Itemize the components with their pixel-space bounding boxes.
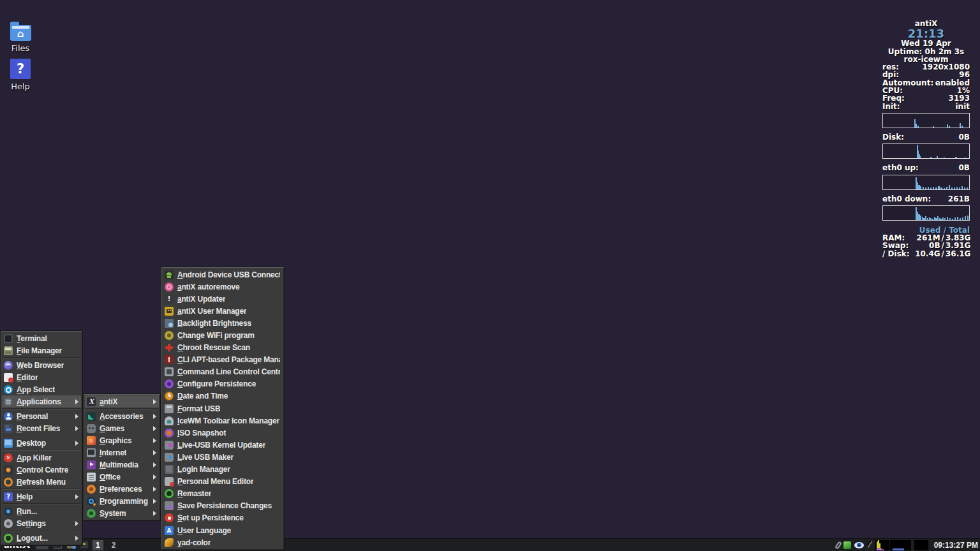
usage-separator: / — [942, 250, 944, 258]
menu-item-app-killer[interactable]: App Killer — [2, 452, 81, 464]
terminal-icon — [4, 334, 13, 343]
clipboard-paperclip-icon[interactable] — [835, 541, 842, 549]
menu-item-antix-user-manager[interactable]: antiX User Manager — [163, 305, 283, 317]
menu-item-label: App Select — [17, 385, 55, 394]
menu-item-graphics[interactable]: Graphics — [85, 434, 159, 446]
submenu-arrow-icon — [75, 414, 78, 419]
menu-item-command-line-control-centre[interactable]: Command Line Control Centre — [163, 366, 283, 378]
menu-item-configure-persistence[interactable]: Configure Persistence — [163, 378, 283, 390]
menu-item-games[interactable]: Games — [85, 422, 159, 434]
menu-item-live-usb-maker[interactable]: Live USB Maker — [163, 451, 283, 463]
cpu-monitor-applet[interactable] — [875, 540, 889, 550]
desktop-icon-label: Files — [0, 43, 41, 53]
workspace-button-1[interactable]: 1 — [92, 540, 104, 551]
menu-separator — [3, 357, 80, 358]
menu-item-antix-autoremove[interactable]: antiX autoremove — [163, 281, 283, 293]
menu-item-remaster[interactable]: Remaster — [163, 488, 283, 500]
conky-info-row: Freq:3193 — [882, 94, 970, 102]
cli-apt-icon — [165, 355, 174, 364]
menu-item-editor[interactable]: Editor — [2, 371, 81, 383]
menu-item-date-and-time[interactable]: Date and Time — [163, 390, 283, 402]
menu-item-iso-snapshot[interactable]: ISO Snapshot — [163, 427, 283, 439]
menu-item-backlight-brightness[interactable]: Backlight Brightness — [163, 317, 283, 329]
iso-snapshot-icon — [165, 429, 174, 437]
menu-item-logout[interactable]: Logout... — [2, 532, 81, 544]
menu-item-recent-files[interactable]: Recent Files — [2, 422, 81, 434]
menu-item-save-persistence-changes[interactable]: Save Persistence Changes — [163, 500, 283, 512]
menu-item-label: Multimedia — [100, 460, 138, 469]
menu-item-file-manager[interactable]: File Manager — [2, 344, 81, 356]
menu-item-label: Format USB — [177, 404, 220, 413]
menu-item-user-language[interactable]: User Language — [163, 524, 283, 536]
menu-item-internet[interactable]: Internet — [85, 446, 159, 459]
submenu-arrow-icon — [153, 499, 156, 504]
menu-item-icewm-toolbar-icon-manager[interactable]: IceWM Toolbar Icon Manager — [163, 415, 283, 427]
menu-item-label: yad-color — [177, 538, 211, 547]
menu-item-label: Logout... — [17, 534, 48, 543]
conky-info-label: Freq: — [882, 94, 905, 102]
menu-item-accessories[interactable]: Accessories — [85, 410, 159, 422]
blank-monitor-applet[interactable] — [914, 540, 928, 550]
menu-item-set-up-persistence[interactable]: Set up Persistence — [163, 512, 283, 524]
menu-item-help[interactable]: Help — [2, 490, 81, 503]
menu-item-antix-updater[interactable]: antiX Updater — [163, 293, 283, 305]
menu-item-cli-apt-based-package-manager[interactable]: CLI APT-based Package Manager — [163, 354, 283, 366]
conky-info-value: init — [955, 103, 970, 110]
menu-item-multimedia[interactable]: Multimedia — [85, 459, 159, 471]
menu-item-label: Office — [100, 473, 121, 481]
menu-item-web-browser[interactable]: Web Browser — [2, 359, 81, 371]
menu-item-run[interactable]: Run... — [2, 505, 81, 517]
menu-item-label: Refresh Menu — [17, 478, 66, 487]
menu-item-settings[interactable]: Settings — [2, 517, 81, 529]
menu-item-programming[interactable]: Programming — [85, 495, 159, 507]
menu-item-antix[interactable]: antiX — [85, 395, 159, 408]
menu-item-personal-menu-editor[interactable]: Personal Menu Editor — [163, 476, 283, 488]
games-icon — [87, 424, 96, 433]
menu-item-app-select[interactable]: App Select — [2, 383, 81, 395]
menu-item-label: Configure Persistence — [177, 379, 256, 388]
menu-item-change-wifi-program[interactable]: Change WiFi program — [163, 329, 283, 341]
menu-item-system[interactable]: System — [85, 507, 159, 519]
menu-item-label: Change WiFi program — [177, 331, 255, 340]
menu-item-preferences[interactable]: Preferences — [85, 483, 159, 495]
menu-item-refresh-menu[interactable]: Refresh Menu — [2, 476, 81, 488]
menu-item-applications[interactable]: Applications — [2, 395, 81, 408]
conky-info-value: 3193 — [949, 94, 970, 102]
menu-item-personal[interactable]: Personal — [2, 410, 81, 422]
menu-item-terminal[interactable]: Terminal — [2, 332, 81, 344]
menu-item-desktop[interactable]: Desktop — [2, 437, 81, 449]
conky-graph-label-row: eth0 down:261B — [882, 195, 970, 203]
menu-item-label: Live USB Maker — [177, 453, 234, 462]
menu-separator — [3, 530, 80, 531]
menu-item-android-device-usb-connect[interactable]: Android Device USB Connect — [163, 268, 283, 281]
menu-item-label: Control Centre — [17, 466, 68, 474]
date-time-icon — [165, 392, 174, 400]
conky-graph-value: 0B — [959, 164, 970, 172]
network-monitor-applet[interactable] — [890, 540, 911, 550]
submenu-arrow-icon — [75, 426, 78, 431]
menu-item-login-manager[interactable]: Login Manager — [163, 464, 283, 476]
submenu-arrow-icon — [75, 441, 78, 446]
change-wifi-icon — [165, 331, 174, 340]
menu-item-yad-color[interactable]: yad-color — [163, 536, 283, 548]
desktop-icon-files[interactable]: ⌂ Files — [0, 20, 41, 53]
usage-total: 3.91G — [946, 242, 970, 249]
menu-item-chroot-rescue-scan[interactable]: Chroot Rescue Scan — [163, 342, 283, 354]
package-updates-icon[interactable] — [843, 541, 851, 549]
submenu-arrow-icon — [153, 450, 156, 455]
live-usb-maker-icon — [165, 453, 174, 462]
adblock-eye-icon[interactable] — [854, 542, 864, 548]
workspace-button-2[interactable]: 2 — [108, 540, 120, 551]
pointer-tray-icon[interactable] — [867, 541, 872, 548]
conky-graph-value: 0B — [959, 133, 970, 141]
menu-separator — [3, 489, 80, 490]
menu-item-control-centre[interactable]: Control Centre — [2, 464, 81, 476]
setup-persistence-icon — [165, 513, 174, 522]
menu-item-label: Android Device USB Connect — [177, 270, 280, 279]
taskbar-clock[interactable]: 09:13:27 PM — [934, 539, 978, 551]
menu-item-format-usb[interactable]: Format USB — [163, 402, 283, 415]
accessories-icon — [87, 412, 96, 421]
desktop-icon-help[interactable]: ? Help — [0, 59, 41, 91]
menu-item-live-usb-kernel-updater[interactable]: Live-USB Kernel Updater — [163, 439, 283, 451]
menu-item-office[interactable]: Office — [85, 471, 159, 483]
